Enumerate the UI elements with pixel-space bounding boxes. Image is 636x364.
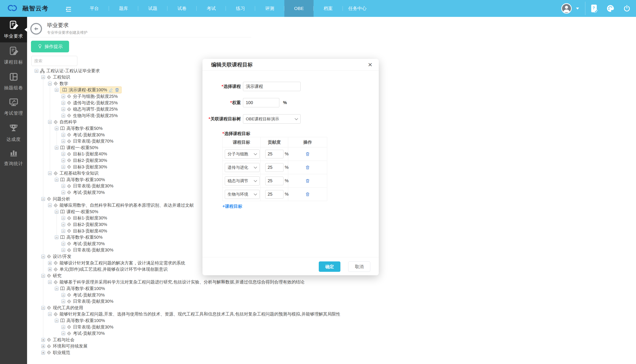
trash-icon[interactable]	[304, 164, 311, 170]
help-doc-icon[interactable]: ?	[590, 0, 598, 17]
tree-node-label[interactable]: 考试-贡献度70%	[73, 292, 105, 298]
tree-node-label[interactable]: 高等数学-权重100%	[67, 177, 105, 183]
tree-toggle-minus-icon[interactable]: −	[62, 332, 65, 335]
tree-node-label[interactable]: 稳态与调节-贡献度25%	[73, 106, 118, 112]
objective-select[interactable]: 分子与细胞	[225, 150, 260, 159]
tree-toggle-minus-icon[interactable]: −	[55, 236, 59, 239]
tree-toggle-minus-icon[interactable]: −	[62, 325, 65, 329]
tree-toggle-minus-icon[interactable]: −	[41, 274, 45, 278]
tree-node-label[interactable]: 问题分析	[53, 196, 70, 202]
trash-icon[interactable]	[304, 178, 311, 184]
tree-node-label[interactable]: 职业规范	[53, 350, 70, 356]
tree-node-label[interactable]: 目标2-贡献度30%	[73, 158, 107, 164]
tree-node-label[interactable]: 目标2-贡献度30%	[73, 222, 107, 228]
tree-toggle-minus-icon[interactable]: −	[62, 242, 65, 246]
objective-select[interactable]: 遗传与进化	[225, 163, 260, 172]
topbar-menu-item-考试[interactable]: 考试	[197, 0, 226, 17]
selected-tree-node[interactable]: 演示课程-权重100%	[60, 86, 122, 93]
power-icon[interactable]	[623, 0, 630, 17]
tree-toggle-minus-icon[interactable]: −	[48, 280, 52, 284]
tree-toggle-minus-icon[interactable]: −	[41, 255, 45, 258]
tree-node-label[interactable]: 日常表现-贡献度30%	[73, 298, 114, 304]
sidebar-item-课程目标[interactable]: 课程目标	[0, 43, 27, 68]
edit-icon[interactable]	[109, 88, 113, 92]
tree-toggle-plus-icon[interactable]: +	[41, 338, 45, 342]
confirm-button[interactable]: 确定	[319, 262, 340, 272]
tree-node-label[interactable]: 数学	[60, 81, 68, 86]
tree-toggle-minus-icon[interactable]: −	[55, 88, 59, 92]
topbar-menu-item-平台[interactable]: 平台	[80, 0, 109, 17]
tree-node-label[interactable]: 工程与社会	[53, 337, 75, 343]
tree-toggle-minus-icon[interactable]: −	[62, 184, 65, 188]
tree-toggle-minus-icon[interactable]: −	[35, 69, 38, 73]
topbar-menu-item-试卷[interactable]: 试卷	[167, 0, 197, 17]
tree-toggle-plus-icon[interactable]: +	[41, 344, 45, 348]
tree-toggle-minus-icon[interactable]: −	[62, 101, 65, 105]
tree-node-label[interactable]: 目标1-贡献度40%	[73, 151, 107, 157]
cancel-button[interactable]: 取消	[348, 262, 370, 272]
tree-toggle-minus-icon[interactable]: −	[62, 223, 65, 226]
topbar-menu-item-评测[interactable]: 评测	[255, 0, 284, 17]
tree-toggle-minus-icon[interactable]: −	[55, 146, 59, 150]
topbar-menu-item-档案[interactable]: 档案	[314, 0, 343, 17]
trash-icon[interactable]	[304, 191, 311, 197]
tree-node-label[interactable]: 遗传与进化-贡献度25%	[73, 100, 118, 106]
tree-node-label[interactable]: 目标3-贡献度40%	[73, 228, 107, 234]
topbar-menu-item-题库[interactable]: 题库	[109, 0, 138, 17]
tree-node-label[interactable]: 设计/开发	[53, 254, 72, 260]
tree-node-label[interactable]: 课程一-权重50%	[67, 209, 98, 215]
tree-node-label[interactable]: 工程知识	[53, 74, 70, 80]
tree-node-label[interactable]: 高等数学-权重100%	[67, 286, 105, 292]
tree-toggle-plus-icon[interactable]: +	[41, 351, 45, 354]
tree-toggle-minus-icon[interactable]: −	[41, 75, 45, 79]
tree-node-label[interactable]: 能够应用数学、自然科学和工程科学的基本原理识别、表达并通过文献	[60, 202, 194, 208]
tree-node-label[interactable]: 考试-贡献度70%	[73, 190, 105, 196]
tree-toggle-minus-icon[interactable]: −	[55, 126, 59, 130]
tree-node-label[interactable]: 考试-贡献度70%	[73, 241, 105, 247]
topbar-menu-item-任务中心[interactable]: 任务中心	[343, 0, 372, 17]
avatar-caret-icon[interactable]	[576, 0, 579, 17]
tree-toggle-minus-icon[interactable]: −	[62, 152, 65, 156]
tree-toggle-minus-icon[interactable]: −	[41, 197, 45, 201]
tree-toggle-minus-icon[interactable]: −	[48, 172, 52, 175]
sidebar-item-达成度[interactable]: 达成度	[0, 120, 27, 146]
tree-node-label[interactable]: 自然科学	[60, 119, 77, 125]
weight-input[interactable]	[243, 98, 279, 107]
sidebar-item-查询统计[interactable]: 查询统计	[0, 144, 27, 170]
tree-toggle-minus-icon[interactable]: −	[62, 165, 65, 169]
close-icon[interactable]: ×	[368, 60, 372, 69]
tree-toggle-minus-icon[interactable]: −	[55, 287, 59, 290]
tree-node-label[interactable]: 演示课程-权重100%	[69, 87, 107, 93]
tree-toggle-minus-icon[interactable]: −	[62, 94, 65, 98]
tree-node-label[interactable]: 能够针对复杂工程问题,开发、选择与使用恰当的技术、资源、现代工程工具和信息技术工…	[60, 311, 340, 317]
user-avatar[interactable]	[561, 0, 572, 17]
objective-select[interactable]: 生物与环境	[225, 190, 260, 199]
objective-tree-select[interactable]: OBE课程目标演示	[243, 114, 301, 124]
tree-node-label[interactable]: 单元(部件)或工艺流程,并能够在设计环节中体现创新意识	[60, 266, 168, 272]
tree-toggle-minus-icon[interactable]: −	[62, 293, 65, 297]
contribution-input[interactable]	[265, 150, 283, 158]
tree-toggle-minus-icon[interactable]: −	[62, 216, 65, 220]
tree-node-label[interactable]: 研究	[53, 273, 62, 279]
tree-toggle-minus-icon[interactable]: −	[62, 114, 65, 118]
tree-node-label[interactable]: 工程基础和专业知识	[60, 170, 99, 176]
tree-toggle-minus-icon[interactable]: −	[48, 82, 52, 86]
tree-node-label[interactable]: 环境和可持续发展	[53, 343, 88, 349]
tree-node-label[interactable]: 工程认证-工程认证毕业要求	[46, 68, 100, 74]
tree-toggle-minus-icon[interactable]: −	[48, 204, 52, 207]
tree-toggle-minus-icon[interactable]: −	[55, 210, 59, 214]
tree-toggle-minus-icon[interactable]: −	[62, 107, 65, 111]
tree-toggle-minus-icon[interactable]: −	[62, 139, 65, 143]
tree-toggle-minus-icon[interactable]: −	[48, 312, 52, 316]
objective-select[interactable]: 稳态与调节	[225, 176, 260, 186]
tree-node-label[interactable]: 高等数学-权重100%	[67, 318, 105, 324]
topbar-menu-item-练习[interactable]: 练习	[226, 0, 255, 17]
tree-node-label[interactable]: 能够设计针对复杂工程问题的解决方案，设计满足特定需求的系统	[60, 260, 185, 266]
tree-node-label[interactable]: 高等数学-权重50%	[67, 234, 103, 240]
trash-icon[interactable]	[304, 151, 311, 157]
tree-toggle-minus-icon[interactable]: −	[62, 229, 65, 233]
topbar-menu-item-OBE[interactable]: OBE	[284, 0, 314, 17]
tree-node-label[interactable]: 分子与细胞-贡献度25%	[73, 94, 118, 99]
tree-node-label[interactable]: 日常表现-贡献度30%	[73, 183, 114, 189]
tree-node-label[interactable]: 考试-贡献度30%	[73, 132, 105, 138]
